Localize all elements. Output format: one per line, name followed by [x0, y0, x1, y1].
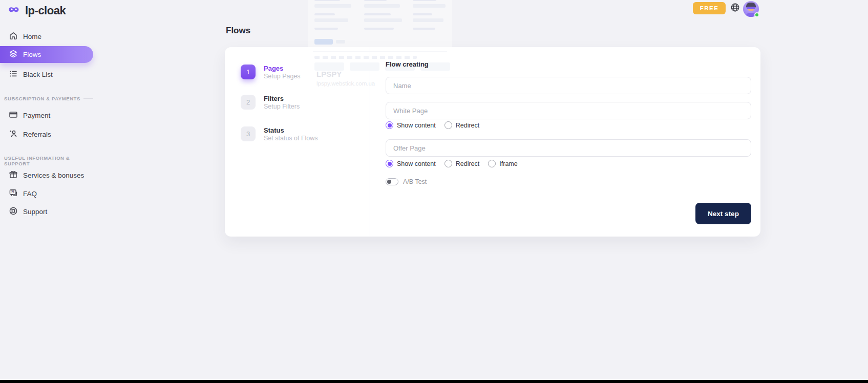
toggle-knob	[387, 180, 391, 184]
sidebar-item-flows[interactable]: Flows	[0, 46, 93, 63]
radio-white-show-content[interactable]: Show content	[386, 121, 436, 129]
faq-bubble-icon: ?!	[9, 188, 18, 199]
sidebar-item-black-list[interactable]: Black List	[0, 66, 93, 83]
flows-icon	[9, 49, 18, 60]
offer-page-input[interactable]	[386, 139, 751, 157]
gift-icon	[9, 170, 18, 181]
wizard-step-filters[interactable]: 2 Filters Setup Filters	[241, 95, 300, 111]
user-avatar[interactable]	[743, 1, 759, 17]
step-number: 1	[241, 65, 256, 79]
radio-dot	[444, 121, 452, 129]
lifebuoy-icon	[9, 206, 18, 217]
svg-text:?!: ?!	[11, 190, 14, 194]
radio-label: Redirect	[456, 160, 480, 167]
wizard-step-status[interactable]: 3 Status Set status of Flows	[241, 126, 318, 142]
radio-dot	[488, 160, 496, 167]
name-input[interactable]	[386, 77, 751, 94]
radio-label: Iframe	[499, 160, 517, 167]
step-title: Status	[264, 126, 318, 134]
wizard-step-pages[interactable]: 1 Pages Setup Pages	[241, 65, 301, 80]
radio-dot	[386, 121, 393, 129]
sidebar-item-payment[interactable]: Payment	[0, 107, 93, 124]
next-step-button[interactable]: Next step	[695, 203, 751, 224]
step-title: Filters	[264, 95, 300, 102]
radio-label: Show content	[397, 122, 436, 129]
radio-dot	[386, 160, 393, 167]
section-header-label: SUBSCRIPTION & PAYMENTS	[4, 96, 80, 101]
sidebar-item-label: Referrals	[23, 131, 51, 138]
sidebar-item-services[interactable]: Services & bonuses	[0, 166, 93, 184]
referral-user-icon	[9, 129, 18, 140]
plan-badge[interactable]: FREE	[693, 2, 726, 14]
step-subtitle: Set status of Flows	[264, 134, 318, 142]
sidebar-item-faq[interactable]: ?! FAQ	[0, 185, 93, 202]
white-page-input[interactable]	[386, 102, 751, 119]
mask-logo-icon	[8, 5, 21, 17]
sidebar-item-label: Services & bonuses	[23, 172, 84, 179]
sidebar-item-referrals[interactable]: Referrals	[0, 125, 93, 143]
step-number: 3	[241, 126, 256, 141]
sidebar-item-label: Black List	[23, 71, 53, 78]
sidebar-item-support[interactable]: Support	[0, 203, 93, 220]
flow-creating-content: 1 Pages Setup Pages 2 Filters Setup Filt…	[225, 47, 760, 237]
brand-name: lp-cloak	[25, 4, 66, 17]
radio-white-redirect[interactable]: Redirect	[444, 121, 480, 129]
sidebar-item-label: Home	[23, 33, 41, 40]
step-title: Pages	[264, 65, 301, 72]
credit-card-icon	[9, 110, 18, 121]
form-title: Flow creating	[386, 60, 429, 68]
home-icon	[9, 31, 18, 42]
step-subtitle: Setup Pages	[264, 72, 301, 80]
screen-bottom-edge	[0, 380, 868, 383]
offer-page-mode-radios: Show content Redirect Iframe	[386, 160, 518, 167]
sidebar-item-label: Flows	[23, 51, 41, 58]
radio-offer-iframe[interactable]: Iframe	[488, 160, 517, 167]
sidebar-item-label: Payment	[23, 112, 50, 119]
sidebar-item-label: Support	[23, 208, 47, 216]
white-page-mode-radios: Show content Redirect	[386, 121, 479, 129]
list-icon	[9, 69, 18, 80]
sidebar-item-label: FAQ	[23, 190, 37, 198]
ab-test-label: A/B Test	[403, 178, 427, 185]
ab-test-row: A/B Test	[386, 178, 427, 185]
sidebar-section-subscription: SUBSCRIPTION & PAYMENTS	[4, 96, 93, 101]
card-column-divider	[370, 47, 370, 237]
radio-dot	[444, 160, 452, 167]
step-subtitle: Setup Filters	[264, 102, 300, 111]
radio-offer-redirect[interactable]: Redirect	[444, 160, 480, 167]
section-header-label: USEFUL INFORMATION & SUPPORT	[4, 155, 90, 166]
step-number: 2	[241, 95, 256, 110]
radio-offer-show-content[interactable]: Show content	[386, 160, 436, 167]
sidebar: lp-cloak Home Flows	[0, 0, 102, 383]
radio-label: Redirect	[456, 122, 480, 129]
ab-test-toggle[interactable]	[386, 178, 398, 185]
online-status-dot	[754, 12, 759, 17]
language-globe-icon[interactable]	[730, 3, 740, 14]
radio-label: Show content	[397, 160, 436, 167]
app-window: lp-cloak Home Flows	[0, 0, 868, 383]
section-divider	[83, 98, 93, 99]
sidebar-section-support: USEFUL INFORMATION & SUPPORT	[4, 155, 93, 166]
brand-logo[interactable]: lp-cloak	[8, 4, 66, 17]
sidebar-item-home[interactable]: Home	[0, 28, 93, 45]
page-title: Flows	[226, 26, 250, 36]
